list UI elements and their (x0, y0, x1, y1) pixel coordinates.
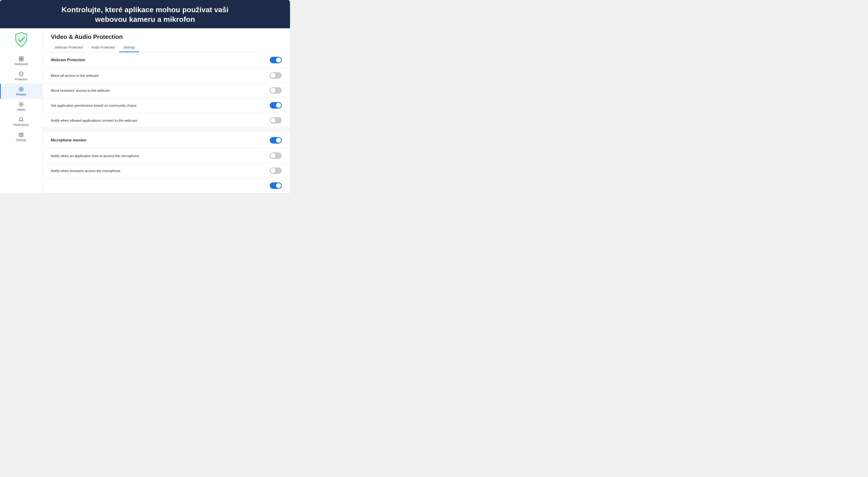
block-browsers-webcam-slider (270, 87, 282, 94)
sidebar-item-settings-label: Settings (16, 138, 26, 142)
community-choice-row: Set application permissions based on com… (42, 98, 290, 113)
top-banner: Kontrolujte, které aplikace mohou použív… (0, 0, 290, 28)
page-header: Video & Audio Protection Webcam Protecti… (42, 28, 290, 52)
tab-settings[interactable]: Settings (119, 44, 139, 52)
sidebar-item-dashboard-label: Dashboard (14, 63, 28, 66)
svg-point-8 (20, 103, 23, 106)
notify-browser-mic-label: Notify when browsers access the micropho… (51, 169, 120, 173)
protection-icon (19, 71, 24, 77)
sidebar-item-utilities-label: Utilities (17, 108, 26, 111)
svg-point-9 (21, 134, 22, 135)
sidebar-item-utilities[interactable]: Utilities (0, 99, 42, 114)
banner-line2: webovou kameru a mikrofon (95, 15, 195, 24)
section-divider (42, 128, 290, 133)
sidebar-item-protection-label: Protection (15, 78, 27, 81)
logo-area (13, 32, 29, 49)
shield-logo (13, 32, 29, 48)
microphone-monitor-header-row: Microphone monitor (42, 133, 290, 148)
notifications-icon (19, 117, 24, 122)
main-content: Video & Audio Protection Webcam Protecti… (42, 28, 290, 193)
app-container: Dashboard Protection Privacy (0, 28, 290, 193)
tab-webcam-protection[interactable]: Webcam Protection (51, 44, 87, 52)
block-browsers-webcam-label: Block browsers' access to the webcam (51, 89, 110, 93)
block-browsers-webcam-row: Block browsers' access to the webcam (42, 83, 290, 98)
notify-browser-mic-row: Notify when browsers access the micropho… (42, 163, 290, 178)
notify-webcam-toggle[interactable] (270, 117, 282, 124)
sidebar-item-protection[interactable]: Protection (0, 69, 42, 84)
extra-bottom-slider (270, 182, 282, 189)
tab-audio-protection[interactable]: Audio Protection (87, 44, 119, 52)
block-browsers-webcam-toggle[interactable] (270, 87, 282, 94)
webcam-protection-title: Webcam Protection (51, 58, 85, 62)
sidebar-item-notifications-label: Notifications (13, 123, 29, 127)
svg-rect-0 (19, 57, 21, 59)
svg-rect-2 (19, 59, 21, 61)
sidebar-item-privacy[interactable]: Privacy (0, 84, 42, 99)
sidebar-item-privacy-label: Privacy (17, 93, 26, 96)
block-all-webcam-slider (270, 72, 282, 79)
block-all-webcam-row: Block all access to the webcam (42, 68, 290, 83)
banner-line1: Kontrolujte, které aplikace mohou použív… (61, 5, 228, 14)
svg-rect-3 (22, 59, 23, 61)
settings-content: Webcam Protection Block all access to th… (42, 52, 290, 193)
svg-point-6 (21, 89, 22, 90)
notify-webcam-slider (270, 117, 282, 124)
notify-mic-access-label: Notify when an application tries to acce… (51, 154, 139, 158)
block-all-webcam-toggle[interactable] (270, 72, 282, 79)
sidebar-item-settings[interactable]: Settings (0, 129, 42, 144)
settings-icon (19, 132, 24, 138)
notify-mic-access-toggle[interactable] (270, 152, 282, 159)
block-all-webcam-label: Block all access to the webcam (51, 74, 99, 77)
svg-point-7 (21, 104, 22, 105)
sidebar: Dashboard Protection Privacy (0, 28, 42, 193)
microphone-monitor-toggle[interactable] (270, 137, 282, 143)
webcam-protection-slider (270, 57, 282, 63)
sidebar-item-dashboard[interactable]: Dashboard (0, 54, 42, 69)
dashboard-icon (19, 56, 24, 62)
tabs-bar: Webcam Protection Audio Protection Setti… (51, 44, 282, 52)
svg-rect-1 (22, 57, 23, 59)
notify-webcam-row: Notify when allowed applications connect… (42, 113, 290, 128)
microphone-monitor-title: Microphone monitor (51, 138, 87, 142)
notify-webcam-label: Notify when allowed applications connect… (51, 118, 137, 122)
community-choice-toggle[interactable] (270, 102, 282, 108)
microphone-monitor-slider (270, 137, 282, 143)
notify-browser-mic-toggle[interactable] (270, 167, 282, 174)
notify-mic-access-row: Notify when an application tries to acce… (42, 148, 290, 163)
extra-bottom-row (42, 178, 290, 193)
sidebar-item-notifications[interactable]: Notifications (0, 114, 42, 129)
utilities-icon (19, 102, 24, 107)
page-title: Video & Audio Protection (51, 33, 282, 40)
community-choice-label: Set application permissions based on com… (51, 103, 137, 107)
community-choice-slider (270, 102, 282, 108)
privacy-icon (19, 87, 24, 92)
notify-browser-mic-slider (270, 167, 282, 174)
webcam-protection-toggle[interactable] (270, 57, 282, 63)
extra-bottom-toggle[interactable] (270, 182, 282, 189)
webcam-protection-header-row: Webcam Protection (42, 52, 290, 68)
notify-mic-access-slider (270, 152, 282, 159)
